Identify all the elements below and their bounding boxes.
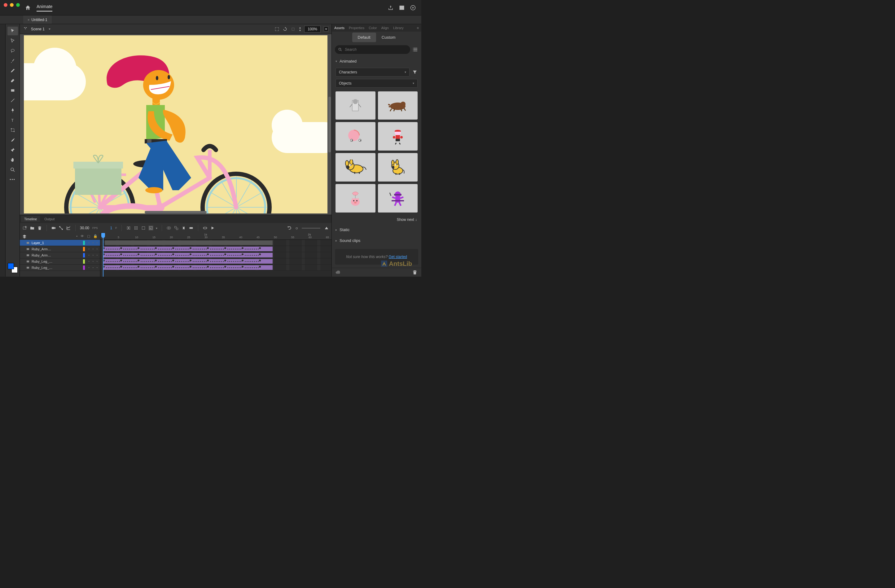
highlight-icon[interactable]: • xyxy=(76,234,77,238)
search-input[interactable] xyxy=(345,47,407,52)
section-sound[interactable]: ▸Sound clips xyxy=(332,235,421,246)
layer-color[interactable] xyxy=(83,259,85,264)
text-tool[interactable]: T xyxy=(8,116,18,124)
layer-row[interactable]: Ruby_Leg_…••• xyxy=(20,265,100,271)
asset-thumbnail[interactable] xyxy=(335,153,375,182)
home-icon[interactable] xyxy=(25,5,31,11)
layer-color[interactable] xyxy=(83,253,85,258)
asset-thumbnail[interactable] xyxy=(378,184,418,212)
current-frame[interactable]: 1 xyxy=(110,226,112,230)
layer-color[interactable] xyxy=(83,241,85,245)
rotate-icon[interactable] xyxy=(282,27,287,32)
frame-row[interactable] xyxy=(100,265,331,271)
search-box[interactable] xyxy=(335,45,410,54)
filter-icon[interactable] xyxy=(412,70,418,75)
frame-row[interactable] xyxy=(100,252,331,258)
asset-thumbnail[interactable] xyxy=(335,91,375,120)
tab-properties[interactable]: Properties xyxy=(349,26,364,30)
section-static[interactable]: ▸Static xyxy=(332,224,421,235)
timeline-ruler[interactable]: 5101520253035404550556065 1s 2s xyxy=(100,233,331,240)
objects-dropdown[interactable]: Objects▾ xyxy=(335,79,418,88)
play-button[interactable] xyxy=(210,226,215,230)
tab-color[interactable]: Color xyxy=(369,26,377,30)
layer-row[interactable]: Ruby_Arm…••• xyxy=(20,246,100,252)
panel-menu-icon[interactable]: ≡ xyxy=(417,26,419,30)
subtab-default[interactable]: Default xyxy=(352,33,376,42)
frames-area[interactable]: 5101520253035404550556065 1s 2s xyxy=(100,233,331,277)
chevron-down-icon[interactable] xyxy=(48,27,52,31)
show-next-link[interactable]: Show next ↓ xyxy=(332,215,421,224)
layer-row[interactable]: Ruby_Leg_…••• xyxy=(20,258,100,265)
visibility-icon[interactable]: 👁 xyxy=(80,234,84,238)
asset-thumbnail[interactable] xyxy=(378,122,418,150)
frame-row[interactable] xyxy=(100,258,331,265)
asset-thumbnail[interactable] xyxy=(378,153,418,182)
zoom-value[interactable]: 100% xyxy=(304,26,321,33)
create-tween-icon[interactable] xyxy=(189,226,194,230)
close-icon[interactable]: × xyxy=(27,18,29,22)
pen-tool[interactable] xyxy=(8,106,18,115)
pencil-tool[interactable] xyxy=(8,66,18,75)
layer-row[interactable]: Ruby_Arm…••• xyxy=(20,252,100,258)
free-transform-tool[interactable] xyxy=(8,126,18,135)
trash-icon[interactable] xyxy=(412,270,418,275)
rectangle-tool[interactable] xyxy=(8,86,18,95)
zoom-stepper[interactable]: ▲▼ xyxy=(299,26,301,32)
line-tool[interactable] xyxy=(8,96,18,105)
play-icon[interactable] xyxy=(410,5,416,11)
lasso-tool[interactable] xyxy=(8,47,18,55)
asset-thumbnail[interactable]: ✕✕ xyxy=(335,122,375,150)
workspace-icon[interactable] xyxy=(399,5,405,11)
add-layer-icon[interactable] xyxy=(22,226,27,230)
window-traffic-lights[interactable] xyxy=(4,3,20,7)
insert-keyframe-icon[interactable] xyxy=(126,226,131,230)
asset-thumbnail[interactable] xyxy=(335,184,375,212)
undo-icon[interactable] xyxy=(287,226,292,230)
playhead[interactable] xyxy=(103,233,103,277)
marker-icon[interactable] xyxy=(181,226,186,230)
insert-frame-icon[interactable] xyxy=(141,226,146,230)
folder-icon[interactable] xyxy=(30,226,35,230)
layer-row[interactable]: Layer_1••• xyxy=(20,240,100,246)
get-started-link[interactable]: Get started xyxy=(389,255,407,259)
asset-thumbnail[interactable] xyxy=(378,91,418,120)
more-tools[interactable]: ••• xyxy=(8,175,18,184)
center-stage-icon[interactable] xyxy=(275,27,279,32)
document-tab[interactable]: × Untitled-1 xyxy=(23,15,52,24)
tab-align[interactable]: Align xyxy=(381,26,388,30)
section-animated[interactable]: ▾Animated xyxy=(332,56,421,67)
collapsed-panel-strip[interactable] xyxy=(0,24,6,277)
insert-blank-keyframe-icon[interactable] xyxy=(133,226,138,230)
auto-keyframe-icon[interactable]: A xyxy=(149,226,153,230)
outline-icon[interactable]: ▢ xyxy=(87,234,90,238)
eraser-tool[interactable] xyxy=(8,76,18,85)
canvas[interactable] xyxy=(24,35,328,214)
color-swatches[interactable] xyxy=(8,263,18,273)
layer-color[interactable] xyxy=(83,265,85,270)
zoom-timeline-icon[interactable] xyxy=(324,226,329,230)
frame-row[interactable] xyxy=(100,246,331,252)
characters-dropdown[interactable]: Characters▾ xyxy=(335,68,410,77)
stage[interactable] xyxy=(20,34,331,215)
selection-tool[interactable] xyxy=(8,27,18,35)
frame-row[interactable] xyxy=(100,240,331,246)
hand-tool[interactable] xyxy=(8,156,18,164)
subselection-tool[interactable] xyxy=(8,36,18,45)
eyedropper-tool[interactable] xyxy=(8,136,18,144)
vertical-scrollbar[interactable] xyxy=(328,97,331,152)
camera-icon[interactable] xyxy=(51,226,56,230)
cloud-download-icon[interactable] xyxy=(335,270,341,275)
tab-timeline[interactable]: Timeline xyxy=(21,216,40,222)
zoom-dropdown[interactable]: ▾ xyxy=(324,26,328,32)
subtab-custom[interactable]: Custom xyxy=(376,33,401,42)
layer-color[interactable] xyxy=(83,247,85,251)
zoom-tool[interactable] xyxy=(8,165,18,174)
onion-skin-icon[interactable] xyxy=(166,226,171,230)
loop-icon[interactable] xyxy=(203,226,208,230)
brush-tool[interactable] xyxy=(8,56,18,65)
scene-name[interactable]: Scene 1 xyxy=(31,27,45,31)
share-icon[interactable] xyxy=(388,5,393,11)
horizontal-scrollbar[interactable] xyxy=(145,211,206,214)
edit-multiple-icon[interactable] xyxy=(174,226,179,230)
tab-assets[interactable]: Assets xyxy=(334,26,344,30)
